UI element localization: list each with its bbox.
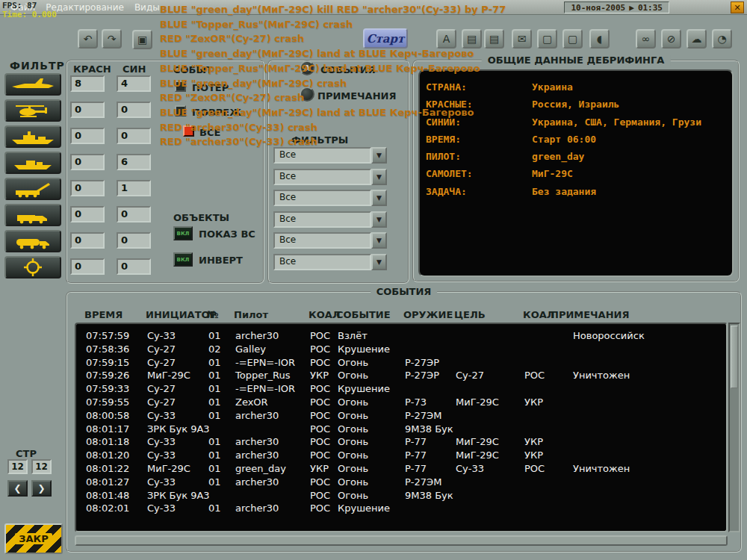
column-header: ИНИЦИАТОР [146,309,207,320]
close-window-button[interactable]: ✕ [731,1,744,13]
filter-crane-vehicle-button[interactable] [4,178,61,200]
dropdown-value[interactable]: Все [273,190,371,206]
count-row: 0 0 [70,232,151,249]
event-target [456,343,524,356]
event-notes [552,343,726,356]
event-weapon [405,329,456,343]
tool-button-1[interactable]: ▢ [537,29,557,49]
next-page-button[interactable]: ❯ [31,480,52,497]
dropdown-value[interactable]: Все [273,147,371,164]
horizontal-scrollbar[interactable] [75,535,728,546]
remarks-view-radio[interactable] [300,87,314,102]
event-row[interactable]: 08:01:27 Су-33 01 archer30 РОС Огонь Р-2… [76,476,726,489]
chevron-down-icon[interactable]: ▼ [371,169,387,185]
tool-button-2[interactable]: ▢ [562,29,583,49]
chevron-down-icon[interactable]: ▼ [371,232,387,249]
filter-warship-button[interactable] [4,125,61,148]
event-row[interactable]: 08:00:58 Су-33 01 archer30 РОС Огонь Р-2… [76,409,726,423]
weather-button[interactable]: ☁ [686,29,707,49]
dropdown-value[interactable]: Все [273,232,371,249]
filter-dropdown[interactable]: Все ▼ [273,232,387,249]
chevron-down-icon[interactable]: ▼ [371,254,387,270]
event-row[interactable]: 07:59:15 Су-27 01 -=EPN=-IOR РОС Огонь Р… [76,356,726,370]
chat-button[interactable]: ✉ [512,29,532,49]
date-label: 10-ноя-2005 [571,3,625,13]
menu-item[interactable]: Виды [134,2,160,13]
block-button[interactable]: ⊘ [661,29,681,49]
show-aircraft-toggle[interactable]: ВКЛ [173,226,193,240]
event-row[interactable]: 07:58:36 Су-27 02 Galley РОС Крушение [76,343,726,356]
prev-page-button[interactable]: ❮ [7,480,28,497]
debrief-row: ВРЕМЯ:Старт 06:00 [426,131,701,148]
event-row[interactable]: 08:01:20 Су-33 01 archer30 РОС Огонь Р-7… [76,449,726,462]
event-row[interactable]: 08:01:18 Су-33 01 archer30 РОС Огонь Р-7… [76,435,726,449]
event-row[interactable]: 08:01:17 ЗРК Бук 9А3 РОС Огонь 9М38 Бук [76,423,726,436]
binoculars-button[interactable]: ∞ [636,29,656,49]
blue-column-header: СИН [123,63,146,75]
damage-toggle-led[interactable] [175,105,186,116]
notes-button[interactable]: ▤ [462,29,482,49]
event-weapon [405,502,456,515]
event-notes [552,423,726,436]
close-debrief-button[interactable]: ЗАКР [4,523,63,554]
debrief-value: green_day [532,151,584,162]
events-table-body: 07:57:59 Су-33 01 archer30 РОС Взлёт Нов… [75,323,728,532]
event-row[interactable]: 08:01:48 ЗРК Бук 9А3 РОС Огонь 9М38 Бук [76,489,726,503]
sound-button[interactable]: ◖ [589,29,610,49]
debrief-row: КРАСНЫЕ:Россия, Израиль [426,96,701,113]
event-coalition: РОС [310,502,338,515]
event-row[interactable]: 07:59:26 МиГ-29С 01 Topper_Rus УКР Огонь… [76,369,726,382]
event-row[interactable]: 08:02:01 Су-33 01 archer30 РОС Крушение [76,502,726,515]
dropdown-value[interactable]: Все [273,211,371,228]
losses-toggle-led[interactable] [175,81,186,92]
event-type: Крушение [338,502,405,515]
vertical-scrollbar[interactable] [728,323,740,532]
filter-boat-button[interactable] [4,152,61,174]
all-toggle-led[interactable] [183,125,194,137]
clock-button[interactable]: ◔ [712,29,732,49]
event-notes: Уничтожен [552,369,726,382]
blue-count-field: 0 [117,128,151,144]
filter-crosshair-button[interactable] [4,256,61,279]
dropdown-value[interactable]: Все [273,254,371,270]
event-row[interactable]: 08:01:22 МиГ-29С 01 green_day УКР Огонь … [76,462,726,476]
menu-item[interactable]: Редактирование [46,2,124,13]
debrief-value: Украина [532,81,573,93]
filter-dropdown[interactable]: Все ▼ [273,169,387,185]
chevron-down-icon[interactable]: ▼ [371,147,387,164]
filter-dropdown[interactable]: Все ▼ [273,190,387,206]
event-notes [552,356,726,370]
dropdown-value[interactable]: Все [273,169,371,185]
text-tool-button[interactable]: А [436,29,456,49]
event-row[interactable]: 07:57:59 Су-33 01 archer30 РОС Взлёт Нов… [76,329,726,343]
log-button[interactable]: ▤ [484,29,504,49]
event-coalition: РОС [310,382,338,396]
scrollbar-thumb[interactable] [731,326,738,388]
event-pilot: archer30 [235,502,310,515]
forward-button[interactable]: ↷ [102,29,122,49]
event-weapon: 9М38 Бук [405,423,456,436]
invert-toggle[interactable]: ВКЛ [173,252,193,267]
filter-airplane-button[interactable] [4,73,61,96]
chevron-down-icon[interactable]: ▼ [371,211,387,228]
show-aircraft-label: ПОКАЗ ВС [199,228,255,240]
events-view-radio[interactable]: А [300,60,314,75]
filter-dropdown[interactable]: Все ▼ [273,147,387,164]
filter-tanker-button[interactable] [4,230,61,252]
event-notes [552,382,726,396]
filter-dropdown[interactable]: Все ▼ [273,211,387,228]
back-button[interactable]: ↶ [78,29,98,49]
event-coalition: РОС [310,396,338,409]
debrief-value: Украина, США, Германия, Грузи [532,116,701,128]
save-button[interactable]: ▣ [132,30,152,49]
cloud-icon: ☁ [692,33,702,45]
event-row[interactable]: 07:59:55 Су-27 01 ZexOR РОС Огонь Р-73 М… [76,396,726,409]
event-row[interactable]: 07:59:33 Су-27 01 -=EPN=-IOR РОС Крушени… [76,382,726,396]
debrief-value: МиГ-29С [532,168,573,179]
chevron-down-icon[interactable]: ▼ [371,190,387,206]
crosshair-icon [10,258,56,276]
filter-dropdown[interactable]: Все ▼ [273,254,387,270]
start-button[interactable]: Старт [363,28,408,49]
filter-helicopter-button[interactable] [4,99,61,122]
filter-truck-button[interactable] [4,204,61,226]
